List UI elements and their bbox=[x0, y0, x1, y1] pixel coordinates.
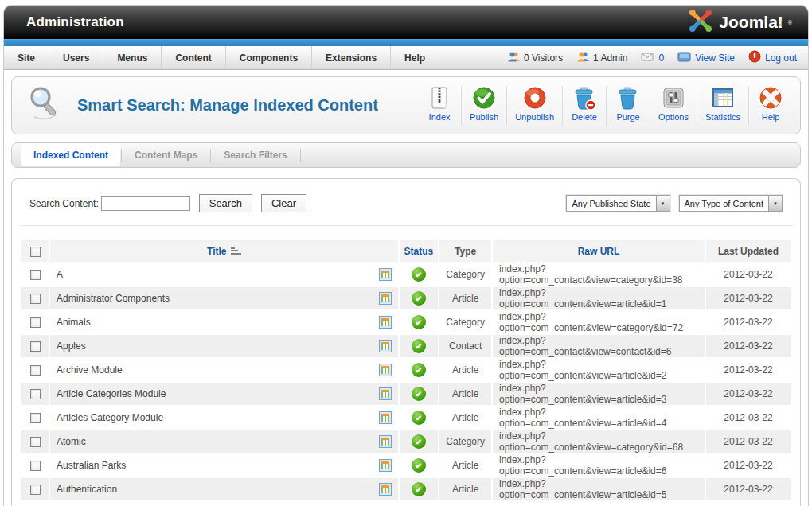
content-type-select[interactable]: Any Type of Content bbox=[679, 195, 783, 212]
menu-item-extensions[interactable]: Extensions bbox=[312, 46, 391, 69]
help-buoy-icon bbox=[757, 85, 784, 111]
row-raw-url: index.php?option=com_content&view=articl… bbox=[493, 407, 705, 429]
smart-search-magnifier-icon bbox=[28, 86, 64, 126]
row-checkbox[interactable] bbox=[30, 365, 41, 376]
row-checkbox[interactable] bbox=[30, 461, 41, 471]
row-type: Category bbox=[439, 311, 491, 333]
page-header: Smart Search: Manage Indexed Content Ind… bbox=[11, 76, 801, 134]
row-title: A bbox=[57, 269, 63, 280]
published-status-icon[interactable] bbox=[412, 363, 426, 377]
statistics-button[interactable]: Statistics bbox=[697, 84, 748, 128]
item-details-grid-icon[interactable] bbox=[379, 435, 392, 448]
row-checkbox[interactable] bbox=[30, 270, 41, 280]
admins-status[interactable]: 1 Admin bbox=[576, 50, 627, 65]
clear-button[interactable]: Clear bbox=[261, 194, 306, 212]
item-details-grid-icon[interactable] bbox=[379, 483, 392, 496]
select-all-checkbox[interactable] bbox=[30, 247, 41, 257]
item-details-grid-icon[interactable] bbox=[379, 316, 392, 329]
published-status-icon[interactable] bbox=[412, 267, 426, 282]
menu-item-components[interactable]: Components bbox=[226, 46, 312, 69]
statistics-table-icon bbox=[709, 85, 736, 111]
visitors-status[interactable]: 0 Visitors bbox=[507, 50, 563, 65]
search-button[interactable]: Search bbox=[199, 194, 252, 212]
help-button[interactable]: Help bbox=[749, 84, 792, 128]
page-title: Smart Search: Manage Indexed Content bbox=[77, 96, 378, 115]
row-last-updated: 2012-03-22 bbox=[706, 383, 791, 405]
indexed-content-table: Title Status Type Raw URL Last Updated A bbox=[20, 239, 792, 506]
delete-button[interactable]: Delete bbox=[563, 84, 606, 128]
row-checkbox[interactable] bbox=[30, 485, 41, 495]
table-row: A Category index.php?option=com_contact&… bbox=[21, 263, 791, 286]
unpublish-button[interactable]: Unpublish bbox=[507, 84, 562, 128]
published-status-icon[interactable] bbox=[412, 339, 426, 353]
row-type bbox=[439, 502, 491, 506]
row-type: Category bbox=[439, 430, 491, 453]
published-state-select[interactable]: Any Published State bbox=[566, 195, 670, 212]
joomla-trademark: ® bbox=[788, 20, 792, 25]
item-details-grid-icon[interactable] bbox=[379, 411, 392, 424]
last-updated-column-header[interactable]: Last Updated bbox=[706, 240, 791, 262]
joomla-logo: Joomla!® bbox=[687, 7, 797, 37]
published-status-icon[interactable] bbox=[412, 482, 426, 496]
admin-person-icon bbox=[576, 50, 589, 65]
item-details-grid-icon[interactable] bbox=[379, 340, 392, 352]
tab-separator bbox=[121, 149, 122, 162]
type-column-header[interactable]: Type bbox=[439, 240, 491, 262]
view-site-link[interactable]: View Site bbox=[677, 51, 735, 65]
search-input[interactable] bbox=[101, 196, 190, 211]
row-raw-url: index.php?option=com_content&view=catego… bbox=[493, 311, 705, 333]
row-checkbox[interactable] bbox=[30, 437, 41, 447]
sort-ascending-icon[interactable] bbox=[231, 247, 241, 255]
published-status-icon[interactable] bbox=[412, 315, 426, 329]
tab-separator bbox=[300, 149, 301, 162]
item-details-grid-icon[interactable] bbox=[379, 364, 392, 376]
tab-content-maps[interactable]: Content Maps bbox=[123, 144, 209, 166]
tab-search-filters[interactable]: Search Filters bbox=[212, 144, 299, 166]
menu-item-menus[interactable]: Menus bbox=[103, 46, 162, 69]
purge-button[interactable]: Purge bbox=[607, 84, 650, 128]
options-button[interactable]: Options bbox=[650, 84, 697, 128]
table-row bbox=[21, 502, 791, 506]
messages-status[interactable]: 0 bbox=[641, 50, 664, 65]
row-checkbox[interactable] bbox=[30, 294, 41, 304]
content-frame: Smart Search: Manage Indexed Content Ind… bbox=[4, 70, 808, 506]
published-status-icon[interactable] bbox=[412, 291, 426, 306]
index-button[interactable]: Index bbox=[418, 84, 461, 128]
row-checkbox[interactable] bbox=[30, 317, 41, 328]
row-checkbox[interactable] bbox=[30, 413, 41, 423]
item-details-grid-icon[interactable] bbox=[379, 292, 392, 305]
row-last-updated: 2012-03-22 bbox=[706, 311, 791, 333]
published-status-icon[interactable] bbox=[412, 411, 426, 425]
title-column-header[interactable]: Title bbox=[207, 246, 226, 257]
row-type: Contact bbox=[439, 335, 491, 357]
published-status-icon[interactable] bbox=[412, 387, 426, 401]
row-checkbox[interactable] bbox=[30, 341, 41, 352]
publish-button[interactable]: Publish bbox=[462, 84, 506, 128]
menu-item-content[interactable]: Content bbox=[162, 46, 225, 69]
search-content-label: Search Content: bbox=[29, 198, 99, 209]
mail-icon bbox=[641, 50, 654, 65]
published-status-icon[interactable] bbox=[412, 434, 426, 449]
subnav-tabbar: Indexed Content Content Maps Search Filt… bbox=[11, 142, 801, 168]
row-title: Atomic bbox=[57, 436, 86, 447]
item-details-grid-icon[interactable] bbox=[379, 387, 392, 400]
log-out-link[interactable]: Log out bbox=[748, 50, 797, 65]
published-status-icon[interactable] bbox=[412, 458, 426, 473]
menu-item-help[interactable]: Help bbox=[391, 46, 439, 69]
page-title-wrap: Smart Search: Manage Indexed Content bbox=[20, 86, 378, 126]
item-details-grid-icon[interactable] bbox=[379, 268, 392, 281]
raw-url-column-header[interactable]: Raw URL bbox=[493, 240, 705, 262]
table-header-row: Title Status Type Raw URL Last Updated bbox=[21, 240, 791, 262]
item-details-grid-icon[interactable] bbox=[379, 459, 392, 472]
row-last-updated: 2012-03-22 bbox=[706, 335, 791, 357]
purge-trash-icon bbox=[615, 85, 642, 111]
monitor-icon bbox=[677, 51, 691, 65]
row-checkbox[interactable] bbox=[30, 389, 41, 399]
row-raw-url: index.php?option=com_content&view=articl… bbox=[493, 383, 705, 405]
menu-item-site[interactable]: Site bbox=[4, 46, 49, 69]
menu-item-users[interactable]: Users bbox=[49, 46, 103, 69]
tab-indexed-content[interactable]: Indexed Content bbox=[21, 144, 120, 166]
status-column-header[interactable]: Status bbox=[400, 240, 439, 262]
row-last-updated: 2012-03-22 bbox=[706, 263, 791, 286]
table-row: Article Categories Module Article index.… bbox=[21, 383, 791, 405]
